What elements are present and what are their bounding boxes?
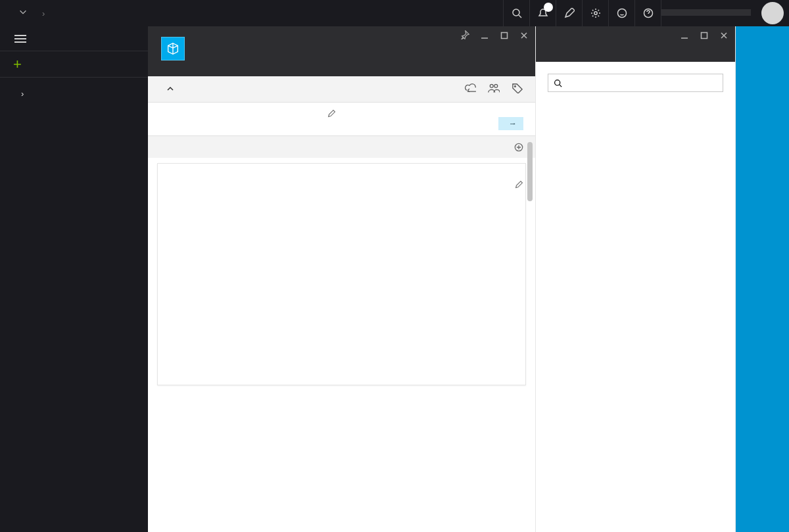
toolbar [161,60,522,76]
hamburger-button[interactable] [0,26,148,51]
svg-point-6 [494,84,498,87]
svg-rect-4 [502,33,508,39]
chart-area [167,178,516,375]
pencil-icon[interactable] [327,109,336,120]
all-settings-button[interactable]: → [498,117,524,130]
cloud-arrow-icon[interactable] [463,83,476,95]
breadcrumb: › [36,9,51,18]
add-tiles-button[interactable] [510,143,523,152]
essentials-header[interactable] [148,76,535,103]
topbar: › [0,0,789,26]
chevron-right-icon: › [42,9,45,18]
cpu-chart-tile[interactable] [157,163,526,385]
maximize-icon[interactable] [698,30,710,42]
svg-point-10 [555,80,560,85]
filter-input[interactable] [548,74,723,92]
svg-point-2 [617,9,626,18]
help-icon[interactable] [634,0,661,26]
feedback-icon[interactable] [608,0,634,26]
edit-icon[interactable] [556,0,582,26]
new-button[interactable]: + [0,51,148,78]
search-icon[interactable] [503,0,529,26]
close-icon[interactable] [518,30,530,42]
arrow-right-icon: → [509,119,517,128]
svg-point-5 [490,84,493,87]
vm-icon [161,37,185,60]
settings-blade [536,26,736,532]
chevron-down-icon[interactable] [18,7,36,19]
scrollbar[interactable] [527,142,534,529]
chart-title [167,170,516,176]
svg-point-7 [515,85,516,87]
maximize-icon[interactable] [498,30,510,42]
svg-point-0 [513,9,519,16]
tag-icon[interactable] [512,83,523,95]
close-icon[interactable] [718,30,730,42]
chevron-up-icon [166,84,174,95]
avatar[interactable] [761,2,784,24]
users-icon[interactable] [488,83,500,95]
vm-blade: → [148,26,536,532]
plus-icon: + [13,56,22,73]
minimize-icon[interactable] [679,30,690,42]
user-menu[interactable] [661,0,756,26]
svg-rect-9 [702,33,707,39]
sidebar: + › [0,26,148,532]
gear-icon[interactable] [582,0,608,26]
chevron-right-icon: › [21,89,24,99]
svg-point-1 [594,12,596,14]
browse-button[interactable]: › [0,80,148,107]
notifications-icon[interactable] [529,0,556,26]
notification-badge [544,3,553,12]
journey-strip [736,26,789,532]
filter-field[interactable] [567,78,717,87]
pin-icon[interactable] [459,30,471,42]
minimize-icon[interactable] [479,30,490,42]
